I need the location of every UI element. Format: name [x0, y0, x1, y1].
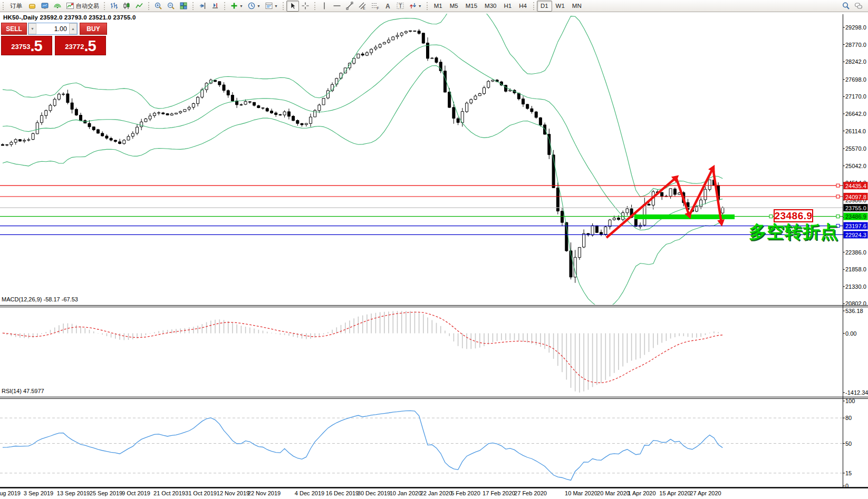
arrows-button[interactable]: ▼ [407, 1, 424, 12]
tile-windows-button[interactable] [177, 1, 190, 12]
svg-text:28770.0: 28770.0 [845, 42, 866, 48]
text-label-button[interactable]: T [394, 1, 407, 12]
comments-icon-button[interactable] [852, 1, 865, 12]
terminal-icon-button[interactable] [38, 1, 51, 12]
svg-text:F: F [377, 6, 379, 10]
timeframe-h4[interactable]: H4 [515, 1, 531, 12]
time-axis-labels: 22 Aug 20193 Sep 201913 Sep 201925 Sep 2… [0, 490, 721, 496]
svg-text:27170.0: 27170.0 [845, 93, 866, 100]
svg-text:27698.0: 27698.0 [845, 76, 866, 83]
search-icon-button[interactable] [840, 1, 852, 12]
svg-text:31 Oct 2019: 31 Oct 2019 [185, 490, 217, 496]
svg-text:9 Oct 2019: 9 Oct 2019 [122, 490, 150, 496]
timeframe-mn[interactable]: MN [568, 1, 585, 12]
svg-text:22 Nov 2019: 22 Nov 2019 [248, 490, 281, 496]
signals-icon-button[interactable] [51, 1, 64, 12]
candlestick-chart-button[interactable] [120, 1, 133, 12]
toolbar-group-grip[interactable] [427, 2, 428, 10]
zoom-in-button[interactable] [152, 1, 165, 12]
autochart-icon [66, 2, 74, 10]
toolbar-group-grip[interactable] [192, 2, 194, 10]
vertical-line-button[interactable] [318, 1, 331, 12]
auto-scroll-button[interactable] [209, 1, 221, 12]
buy-button[interactable]: BUY [80, 23, 107, 35]
price-chart-canvas[interactable]: 29298.028770.028242.027698.027170.026642… [0, 13, 868, 499]
svg-text:1 Apr 2020: 1 Apr 2020 [628, 490, 655, 496]
text-button[interactable]: A [381, 1, 394, 12]
dropdown-arrow-icon: ▼ [239, 4, 243, 8]
timeframe-m15[interactable]: M15 [462, 1, 481, 12]
crosshair-button[interactable] [299, 1, 312, 12]
toolbar-group-grip[interactable] [148, 2, 150, 10]
cursor-button[interactable] [286, 1, 299, 12]
callout-anchor-handle[interactable] [769, 215, 773, 218]
svg-text:100: 100 [845, 398, 855, 404]
svg-text:12 Nov 2019: 12 Nov 2019 [217, 490, 249, 496]
volume-input[interactable] [36, 23, 69, 34]
svg-text:50: 50 [845, 441, 852, 447]
deposit-icon-button[interactable] [26, 1, 38, 12]
toolbar-group-grip[interactable] [283, 2, 284, 10]
line-handle[interactable] [836, 184, 840, 187]
new-order-button[interactable]: 订单 [6, 1, 26, 12]
sell-price-main: 23753 [11, 40, 30, 54]
linechart-icon [135, 2, 143, 10]
svg-text:22386.0: 22386.0 [845, 249, 866, 256]
buy-price-button[interactable]: 23772 .5 [55, 36, 106, 55]
line-chart-button[interactable] [133, 1, 146, 12]
horizontal-line-button[interactable] [331, 1, 343, 12]
sell-button[interactable]: SELL [1, 23, 27, 35]
fibo-icon: F [371, 2, 379, 10]
svg-text:27 Feb 2020: 27 Feb 2020 [514, 490, 547, 496]
tile-icon [179, 2, 188, 10]
svg-text:23486.9: 23486.9 [845, 213, 866, 220]
main-toolbar: 订单自动交易▼▼▼EFAT▼M1M5M15M30H1H4D1W1MN [0, 0, 868, 12]
svg-text:21858.0: 21858.0 [845, 266, 866, 272]
chart-shift-button[interactable] [196, 1, 209, 12]
bar-chart-button[interactable] [108, 1, 120, 12]
buy-price-main: 23772 [65, 40, 84, 54]
svg-text:27 Apr 2020: 27 Apr 2020 [690, 490, 721, 496]
toolbar-group-grip[interactable] [3, 2, 4, 10]
indicators-button[interactable]: ▼ [228, 1, 245, 12]
channel-button[interactable]: E [356, 1, 369, 12]
toolbar-group-grip[interactable] [314, 2, 316, 10]
timeframe-h1[interactable]: H1 [500, 1, 515, 12]
svg-text:23755.0: 23755.0 [845, 205, 866, 211]
svg-text:0.00: 0.00 [845, 330, 856, 337]
zoom-out-button[interactable] [165, 1, 177, 12]
periods-button[interactable]: ▼ [245, 1, 263, 12]
svg-text:10 Mar 2020: 10 Mar 2020 [565, 490, 597, 496]
svg-text:21 Oct 2019: 21 Oct 2019 [153, 490, 185, 496]
fibonacci-button[interactable]: F [369, 1, 381, 12]
sell-price-button[interactable]: 23753 .5 [1, 36, 52, 55]
line-handle[interactable] [836, 215, 840, 218]
line-handle[interactable] [836, 195, 840, 198]
clock-icon [247, 2, 256, 10]
timeframe-m5[interactable]: M5 [446, 1, 462, 12]
svg-text:20 Mar 2020: 20 Mar 2020 [597, 490, 630, 496]
dropdown-arrow-icon: ▼ [257, 4, 261, 8]
svg-text:15: 15 [845, 470, 852, 476]
trendline-button[interactable] [343, 1, 356, 12]
svg-text:28242.0: 28242.0 [845, 58, 866, 65]
volume-increase-button[interactable]: ▲ [69, 23, 77, 34]
candles-icon [122, 2, 131, 10]
tline-icon [345, 2, 354, 10]
svg-text:25 Sep 2019: 25 Sep 2019 [90, 490, 122, 496]
channel-icon: E [358, 2, 367, 10]
autotrade-button[interactable]: 自动交易 [64, 1, 101, 12]
timeframe-w1[interactable]: W1 [552, 1, 568, 12]
svg-text:T: T [399, 3, 402, 9]
toolbar-group-grip[interactable] [104, 2, 105, 10]
timeframe-m30[interactable]: M30 [481, 1, 500, 12]
dropdown-arrow-icon: ▼ [418, 4, 422, 8]
timeframe-d1[interactable]: D1 [537, 1, 552, 12]
toolbar-group-grip[interactable] [224, 2, 226, 10]
timeframe-m1[interactable]: M1 [430, 1, 446, 12]
svg-text:22 Jan 2020: 22 Jan 2020 [420, 490, 452, 496]
svg-text:22 Aug 2019: 22 Aug 2019 [0, 490, 21, 496]
templates-button[interactable]: ▼ [263, 1, 280, 12]
volume-decrease-button[interactable]: ▼ [28, 23, 36, 34]
toolbar-group-grip[interactable] [533, 2, 535, 10]
